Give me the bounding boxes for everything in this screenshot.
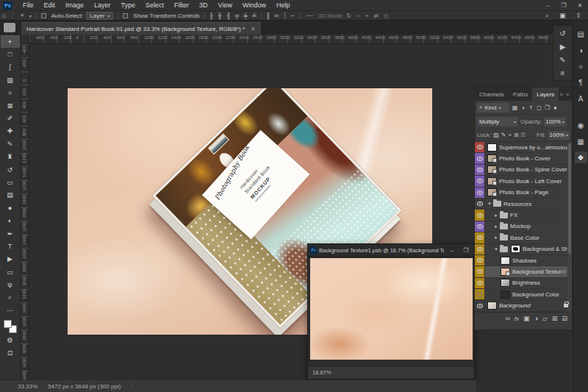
layer-row[interactable]: Photo Book - Cover	[475, 153, 572, 164]
visibility-toggle[interactable]	[475, 255, 485, 266]
layer-row[interactable]: Photo Book - Spine Cover	[475, 165, 572, 176]
menu-help[interactable]: Help	[271, 0, 295, 10]
filter-pin-icon[interactable]: ●	[551, 103, 559, 113]
delete-layer-button[interactable]: ⊟	[562, 315, 567, 322]
visibility-toggle[interactable]	[475, 300, 485, 310]
visibility-toggle[interactable]	[475, 176, 485, 186]
layer-name[interactable]: Resources	[503, 201, 570, 207]
menu-window[interactable]: Window	[237, 0, 271, 10]
foreground-color-swatch[interactable]	[4, 320, 12, 328]
dodge-tool[interactable]: ◐	[1, 214, 20, 227]
move-tool-options-icon[interactable]: +	[18, 12, 26, 19]
3d-scale-icon[interactable]: ◇	[384, 13, 388, 19]
distribute-spacing-h-icon[interactable]: ┆	[283, 13, 287, 19]
color-swatches[interactable]	[3, 319, 18, 334]
visibility-toggle[interactable]	[475, 266, 485, 277]
maximize-window-button[interactable]: ❐	[460, 246, 472, 255]
layer-thumbnail[interactable]	[501, 257, 510, 265]
ruler-corner[interactable]	[21, 35, 29, 44]
menu-edit[interactable]: Edit	[39, 0, 61, 10]
layer-name[interactable]: Mockup	[510, 223, 570, 229]
layer-row[interactable]: Background Texture◎▾	[475, 266, 572, 277]
layer-name[interactable]: Photo Book - Cover	[499, 155, 570, 162]
workspace-icon[interactable]: ▣	[557, 12, 568, 19]
caret-closed-icon[interactable]: ▸	[493, 235, 499, 240]
panel-menu-icon[interactable]: »	[560, 92, 563, 97]
search-icon[interactable]: ⌕	[543, 12, 551, 20]
3d-pan-icon[interactable]: +	[365, 13, 369, 19]
visibility-toggle[interactable]	[475, 244, 485, 254]
layer-thumbnail[interactable]	[487, 154, 497, 163]
distribute-spacing-v-icon[interactable]: ┄	[291, 13, 295, 19]
new-layer-button[interactable]: ⊞	[552, 315, 558, 322]
caret-open-icon[interactable]: ▾	[487, 201, 492, 207]
caret-open-icon[interactable]: ▾	[493, 246, 499, 252]
minimize-button[interactable]: –	[539, 0, 556, 10]
layer-row[interactable]: Shadows	[475, 255, 572, 266]
new-group-button[interactable]: ▱	[542, 315, 548, 322]
align-vertical-centers-icon[interactable]: ╪	[243, 13, 248, 19]
brush-tool[interactable]: ✎	[1, 138, 20, 150]
auto-select-target-dropdown[interactable]: Layer ▾	[86, 12, 113, 20]
visibility-toggle[interactable]	[475, 278, 485, 288]
align-left-edges-icon[interactable]: ╟	[209, 13, 214, 19]
layer-name[interactable]: Photo Book - Left Cover	[499, 178, 570, 185]
move-tool[interactable]: +	[1, 35, 20, 48]
floating-window-title-bar[interactable]: Ps Background Texture1.psb @ 16.7% (Back…	[308, 244, 474, 257]
status-options-chevron[interactable]: 〉	[131, 382, 136, 390]
align-right-edges-icon[interactable]: ╢	[226, 13, 231, 19]
menu-layer[interactable]: Layer	[89, 0, 116, 10]
layers-panel-icon[interactable]: ❖	[575, 152, 587, 163]
history-brush-tool[interactable]: ↺	[1, 163, 20, 176]
layer-row[interactable]: Brightness	[475, 278, 572, 289]
tab-layers[interactable]: Layers	[532, 88, 559, 101]
lock-artboard-icon[interactable]: ⊞	[514, 132, 519, 139]
discover-panel-icon[interactable]: ○	[575, 60, 587, 72]
minimize-window-button[interactable]: –	[446, 246, 458, 255]
brush-settings-panel-icon[interactable]: ✎	[555, 54, 570, 65]
visibility-toggle[interactable]	[475, 199, 485, 209]
marquee-tool[interactable]: □	[1, 48, 20, 60]
layer-thumbnail[interactable]	[487, 165, 497, 174]
quick-mask-button[interactable]: ◍	[1, 334, 20, 346]
eraser-tool[interactable]: ▭	[1, 176, 20, 188]
layer-name[interactable]: FX	[510, 212, 570, 218]
distribute-horizontal-icon[interactable]: ║	[266, 13, 270, 19]
distribute-vertical-icon[interactable]: ═	[274, 13, 279, 19]
menu-3d[interactable]: 3D	[194, 0, 213, 10]
smart-filter-icon[interactable]: ◎	[561, 268, 565, 274]
tool-preset-caret[interactable]: ▾	[29, 13, 32, 18]
menu-view[interactable]: View	[213, 0, 237, 10]
zoom-level[interactable]: 33.33%	[18, 383, 37, 390]
layer-name[interactable]: Background Texture	[512, 268, 561, 275]
actions-panel-icon[interactable]: ▶	[555, 40, 570, 52]
layer-thumbnail[interactable]	[487, 143, 497, 152]
lock-position-icon[interactable]: +	[508, 132, 512, 139]
share-icon[interactable]: ⇪	[573, 12, 584, 19]
link-layers-button[interactable]: ∞	[505, 315, 509, 322]
new-adjustment-layer-button[interactable]: ◑	[534, 315, 538, 322]
swatches-panel[interactable]: ▦	[575, 135, 587, 147]
filter-adjustment-layers-icon[interactable]: ◑	[519, 103, 527, 113]
visibility-toggle[interactable]	[475, 232, 485, 243]
align-top-edges-icon[interactable]: ╤	[235, 13, 240, 19]
edit-toolbar[interactable]: ⋯	[1, 304, 20, 316]
libraries-panel-icon[interactable]: ▤	[575, 28, 587, 40]
layer-name[interactable]: Photo Book - Spine Cover	[499, 166, 570, 173]
visibility-toggle[interactable]	[475, 221, 485, 232]
more-options-icon[interactable]: ⋯	[304, 12, 315, 19]
history-panel-icon[interactable]: ↺	[555, 27, 570, 39]
filter-smart-objects-icon[interactable]: ❐	[543, 103, 551, 113]
3d-orbit-icon[interactable]: ↻	[346, 13, 351, 19]
layer-effects-button[interactable]: fx	[514, 316, 519, 322]
opacity-field[interactable]: 100% ▾	[544, 118, 565, 126]
visibility-toggle[interactable]	[475, 165, 485, 175]
zoom-tool[interactable]: ⌕	[1, 291, 20, 304]
menu-image[interactable]: Image	[60, 0, 89, 10]
layer-thumbnail[interactable]	[487, 302, 497, 310]
layer-name[interactable]: Photo Book - Page	[499, 189, 570, 196]
layer-name[interactable]: Background Color	[512, 291, 570, 298]
layer-name[interactable]: Shadows	[512, 257, 570, 264]
gradient-tool[interactable]: ▤	[1, 189, 20, 202]
layer-name[interactable]: Background	[499, 302, 564, 309]
